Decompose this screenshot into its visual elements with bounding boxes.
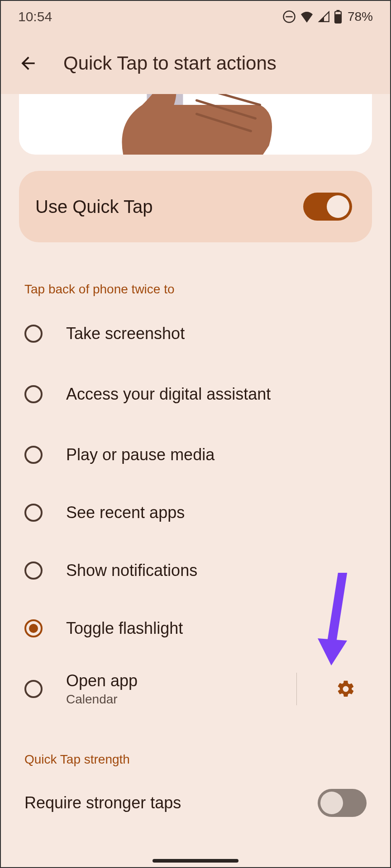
radio-label: See recent apps <box>66 503 367 522</box>
wifi-icon <box>300 11 314 23</box>
switch-thumb <box>320 792 343 814</box>
radio-icon <box>24 561 43 580</box>
battery-icon <box>334 10 342 24</box>
navigation-handle[interactable] <box>153 859 238 863</box>
arrow-back-icon <box>18 53 38 73</box>
radio-item-open-app[interactable]: Open app Calendar <box>24 657 367 721</box>
radio-item-toggle-flashlight[interactable]: Toggle flashlight <box>24 599 367 657</box>
hand-illustration-icon <box>106 94 278 155</box>
open-app-settings-button[interactable] <box>334 677 358 701</box>
radio-icon <box>24 325 43 343</box>
actions-section: Tap back of phone twice to Take screensh… <box>1 282 390 767</box>
actions-radio-list: Take screenshot Access your digital assi… <box>24 305 367 721</box>
require-stronger-taps-label: Require stronger taps <box>24 793 181 812</box>
use-quick-tap-label: Use Quick Tap <box>35 197 153 217</box>
radio-icon <box>24 680 43 698</box>
dnd-icon <box>282 10 296 24</box>
actions-section-header: Tap back of phone twice to <box>24 282 367 297</box>
radio-label: Take screenshot <box>66 324 367 343</box>
quick-tap-illustration <box>19 94 372 155</box>
vertical-divider <box>296 673 297 705</box>
status-bar: 10:54 78% <box>1 1 390 33</box>
app-bar: Quick Tap to start actions <box>1 33 390 94</box>
radio-label: Toggle flashlight <box>66 619 367 638</box>
signal-icon <box>318 11 330 23</box>
radio-icon <box>24 446 43 464</box>
radio-label: Open app <box>66 671 273 690</box>
radio-sublabel: Calendar <box>66 692 273 707</box>
status-icons-group: 78% <box>282 9 373 24</box>
battery-percent: 78% <box>348 9 373 24</box>
radio-label: Access your digital assistant <box>66 385 367 404</box>
require-stronger-taps-row[interactable]: Require stronger taps <box>1 780 390 826</box>
status-time: 10:54 <box>18 9 52 24</box>
use-quick-tap-card[interactable]: Use Quick Tap <box>19 171 372 242</box>
switch-thumb <box>327 195 349 218</box>
radio-item-show-notifications[interactable]: Show notifications <box>24 542 367 599</box>
radio-icon-selected <box>24 619 43 637</box>
radio-item-take-screenshot[interactable]: Take screenshot <box>24 305 367 363</box>
back-button[interactable] <box>14 50 42 77</box>
svg-rect-4 <box>335 14 341 23</box>
radio-label: Play or pause media <box>66 445 367 464</box>
strength-section-header: Quick Tap strength <box>24 752 367 767</box>
page-title: Quick Tap to start actions <box>63 52 277 74</box>
radio-item-digital-assistant[interactable]: Access your digital assistant <box>24 363 367 426</box>
radio-icon <box>24 504 43 522</box>
radio-label: Show notifications <box>66 561 367 580</box>
gear-icon <box>336 679 356 699</box>
use-quick-tap-switch[interactable] <box>303 193 352 221</box>
radio-item-play-pause-media[interactable]: Play or pause media <box>24 426 367 484</box>
radio-icon <box>24 385 43 403</box>
require-stronger-taps-switch[interactable] <box>318 789 367 817</box>
radio-item-recent-apps[interactable]: See recent apps <box>24 484 367 542</box>
